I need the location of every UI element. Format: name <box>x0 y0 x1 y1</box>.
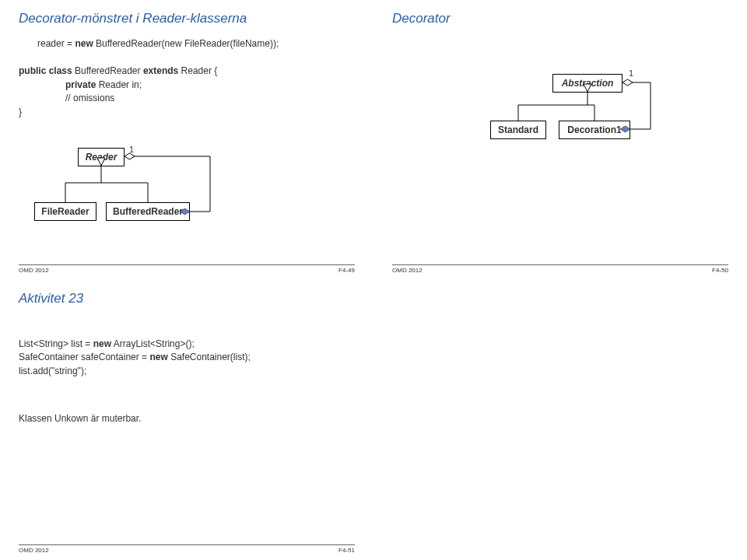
uml-class-bufferedreader: BufferedReader <box>106 202 190 221</box>
code-keyword: new <box>93 338 111 349</box>
note-text: Klassen Unkown är muterbar. <box>19 412 355 425</box>
footer-right: F4-51 <box>338 547 355 554</box>
uml-class-abstraction: Abstraction <box>552 74 622 93</box>
uml-diagram-decorator: Abstraction Standard Decoration1 1 <box>374 0 747 280</box>
slide-f4-50: Decorator Abstraction Standard Decoratio… <box>374 0 747 280</box>
footer-right: F4-50 <box>712 267 728 274</box>
slide-f4-49: Decorator-mönstret i Reader-klasserna re… <box>0 0 374 280</box>
uml-multiplicity: 1 <box>629 68 633 78</box>
slide-empty <box>374 280 747 560</box>
uml-diagram-reader: Reader FileReader BufferedReader 1 <box>0 0 374 280</box>
footer-left: OMD 2012 <box>19 267 49 274</box>
code-block: List<String> list = new ArrayList<String… <box>19 338 355 378</box>
slide-footer: OMD 2012 F4-49 <box>19 264 355 274</box>
uml-class-filereader: FileReader <box>34 202 96 221</box>
footer-left: OMD 2012 <box>392 267 423 274</box>
slide-f4-51: Aktivitet 23 List<String> list = new Arr… <box>0 280 374 560</box>
uml-class-decoration1: Decoration1 <box>559 121 630 139</box>
uml-multiplicity: 1 <box>129 145 134 154</box>
code-text: List<String> list = <box>19 338 93 349</box>
uml-class-reader: Reader <box>78 148 124 166</box>
footer-right: F4-49 <box>338 267 355 274</box>
slide-footer: OMD 2012 F4-50 <box>392 264 728 274</box>
code-text: SafeContainer safeContainer = <box>19 352 149 362</box>
slide-footer: OMD 2012 F4-51 <box>19 544 355 554</box>
code-text: list.add("string"); <box>19 365 355 378</box>
code-text: ArrayList<String>(); <box>111 338 195 349</box>
footer-left: OMD 2012 <box>19 547 49 554</box>
code-keyword: new <box>149 352 167 362</box>
slide-title: Aktivitet 23 <box>19 291 355 306</box>
code-text: SafeContainer(list); <box>168 352 251 362</box>
uml-class-standard: Standard <box>490 121 546 139</box>
